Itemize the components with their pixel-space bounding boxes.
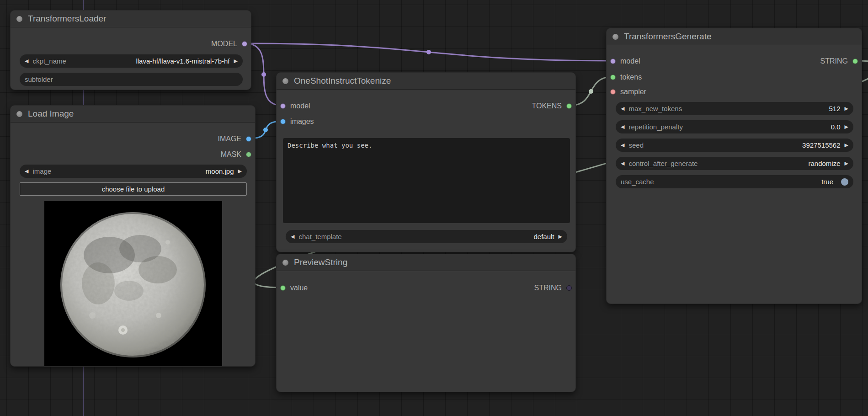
combo-right-arrow-icon[interactable] <box>845 161 848 166</box>
slot-row: model STRING <box>607 56 862 67</box>
combo-left-arrow-icon[interactable] <box>621 106 624 111</box>
combo-right-arrow-icon[interactable] <box>559 234 562 239</box>
toggle-knob-icon[interactable] <box>841 178 848 186</box>
widget-value: 0.0 <box>831 123 841 131</box>
widget-name: max_new_tokens <box>628 105 682 112</box>
output-port-image[interactable] <box>246 136 251 142</box>
slot-row: model TOKENS <box>277 101 575 112</box>
input-port-sampler[interactable] <box>610 89 616 95</box>
input-port-images[interactable] <box>280 119 286 124</box>
slot-row: images <box>277 116 575 127</box>
slot-row: sampler <box>607 86 862 97</box>
node-title-bar[interactable]: TransformersLoader <box>11 11 251 27</box>
collapse-dot-icon[interactable] <box>282 260 288 266</box>
link-midpoint-dot <box>426 50 431 54</box>
link-midpoint-dot <box>263 128 268 132</box>
collapse-dot-icon[interactable] <box>16 16 22 22</box>
slot-row: MODEL <box>11 38 251 49</box>
link-midpoint-dot <box>261 72 266 77</box>
widget-control-after-generate[interactable]: control_after_generate randomize <box>616 157 853 170</box>
input-label-sampler: sampler <box>620 88 646 96</box>
widget-value: default <box>533 233 554 240</box>
widget-value: 512 <box>829 105 841 112</box>
widget-use-cache-toggle[interactable]: use_cache true <box>616 175 853 188</box>
combo-right-arrow-icon[interactable] <box>234 59 238 64</box>
widget-name: subfolder <box>25 75 53 83</box>
node-title: TransformersLoader <box>28 14 106 24</box>
output-port-string[interactable] <box>852 59 858 64</box>
moon-image-preview <box>44 201 222 366</box>
output-label-string: STRING <box>820 57 848 65</box>
node-title-bar[interactable]: PreviewString <box>277 254 575 271</box>
input-port-model[interactable] <box>610 59 616 64</box>
output-label-tokens: TOKENS <box>532 102 562 110</box>
node-transformers-generate[interactable]: TransformersGenerate model STRING tokens… <box>606 28 862 304</box>
output-label-string: STRING <box>534 284 562 292</box>
widget-value: randomize <box>808 160 840 167</box>
node-title-bar[interactable]: TransformersGenerate <box>607 28 862 45</box>
slot-row: tokens <box>607 72 862 83</box>
widget-image-select[interactable]: image moon.jpg <box>20 165 247 178</box>
widget-name: seed <box>628 141 644 149</box>
output-label-model: MODEL <box>211 40 237 48</box>
combo-left-arrow-icon[interactable] <box>291 234 294 239</box>
node-title-bar[interactable]: Load Image <box>11 106 255 123</box>
widget-value: llava-hf/llava-v1.6-mistral-7b-hf <box>136 57 229 65</box>
widget-name: repetition_penalty <box>628 123 682 131</box>
widget-max-new-tokens[interactable]: max_new_tokens 512 <box>616 102 853 115</box>
node-title-bar[interactable]: OneShotInstructTokenize <box>277 73 575 90</box>
input-label-value: value <box>290 284 308 292</box>
node-title: PreviewString <box>294 257 347 267</box>
slot-row: MASK <box>11 149 255 160</box>
input-port-model[interactable] <box>280 103 286 109</box>
widget-chat-template[interactable]: chat_template default <box>286 230 567 243</box>
input-port-value[interactable] <box>280 285 286 291</box>
input-label-tokens: tokens <box>620 73 642 81</box>
input-label-images: images <box>290 117 314 126</box>
node-graph-canvas[interactable]: TransformersLoader MODEL ckpt_name llava… <box>0 0 868 416</box>
input-port-tokens[interactable] <box>610 75 616 80</box>
widget-name: use_cache <box>621 178 654 186</box>
node-transformers-loader[interactable]: TransformersLoader MODEL ckpt_name llava… <box>10 10 251 90</box>
widget-name: ckpt_name <box>32 57 66 65</box>
node-preview-string[interactable]: PreviewString value STRING <box>276 254 576 392</box>
combo-left-arrow-icon[interactable] <box>25 169 28 174</box>
node-oneshot-instruct-tokenize[interactable]: OneShotInstructTokenize model TOKENS ima… <box>276 72 576 252</box>
widget-subfolder[interactable]: subfolder <box>20 73 243 86</box>
node-title: Load Image <box>28 109 74 119</box>
upload-button[interactable]: choose file to upload <box>20 182 247 196</box>
widget-name: control_after_generate <box>628 160 698 167</box>
widget-seed[interactable]: seed 3927515562 <box>616 139 853 152</box>
output-port-mask[interactable] <box>246 152 251 157</box>
node-title: OneShotInstructTokenize <box>294 76 391 86</box>
widget-value: moon.jpg <box>206 167 234 175</box>
output-port-tokens[interactable] <box>566 103 572 109</box>
widget-ckpt-name[interactable]: ckpt_name llava-hf/llava-v1.6-mistral-7b… <box>20 54 243 68</box>
combo-left-arrow-icon[interactable] <box>621 161 624 166</box>
output-port-model[interactable] <box>242 41 247 47</box>
input-label-model: model <box>290 102 310 110</box>
combo-right-arrow-icon[interactable] <box>845 143 848 148</box>
node-title: TransformersGenerate <box>624 32 711 42</box>
collapse-dot-icon[interactable] <box>16 111 22 117</box>
prompt-textarea[interactable]: Describe what you see. <box>283 138 570 223</box>
link-midpoint-dot <box>589 89 593 94</box>
combo-right-arrow-icon[interactable] <box>845 106 848 111</box>
widget-value: 3927515562 <box>802 141 840 149</box>
input-label-model: model <box>620 57 640 65</box>
combo-right-arrow-icon[interactable] <box>238 169 242 174</box>
combo-left-arrow-icon[interactable] <box>621 124 624 129</box>
slot-row: value STRING <box>277 283 575 293</box>
output-label-image: IMAGE <box>218 135 241 143</box>
output-label-mask: MASK <box>221 150 241 159</box>
collapse-dot-icon[interactable] <box>612 34 618 40</box>
combo-left-arrow-icon[interactable] <box>621 143 624 148</box>
node-load-image[interactable]: Load Image IMAGE MASK image moon.jpg cho… <box>10 105 256 367</box>
widget-repetition-penalty[interactable]: repetition_penalty 0.0 <box>616 120 853 133</box>
moon-image <box>44 201 222 366</box>
combo-right-arrow-icon[interactable] <box>845 124 848 129</box>
slot-row: IMAGE <box>11 133 255 144</box>
collapse-dot-icon[interactable] <box>282 78 288 84</box>
combo-left-arrow-icon[interactable] <box>25 59 28 64</box>
output-port-string[interactable] <box>566 285 572 291</box>
